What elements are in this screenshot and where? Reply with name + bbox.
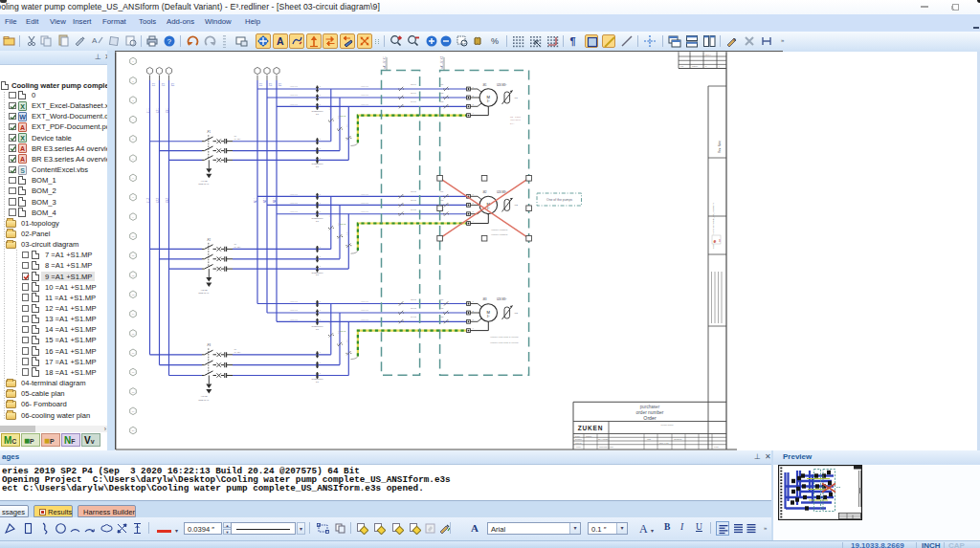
svg-text:-F1: -F1	[207, 130, 211, 134]
svg-text:-M2: -M2	[482, 190, 487, 194]
svg-text:-X1 PE: -X1 PE	[200, 180, 208, 182]
svg-text:GND-RAIL: GND-RAIL	[198, 292, 210, 294]
svg-text:H07 1.5: H07 1.5	[290, 94, 298, 96]
svg-text:INTERRUPT: INTERRUPT	[312, 163, 324, 164]
svg-text:Vehicle (Max arr3) 5 (Wires): Vehicle (Max arr3) 5 (Wires)	[490, 341, 519, 344]
svg-text:Figure: Figure	[692, 65, 699, 67]
svg-text:L1.2: L1.2	[146, 197, 150, 203]
svg-text:-F3: -F3	[207, 343, 211, 347]
svg-text:N1.1: N1.1	[254, 197, 257, 203]
svg-text:-X3 PE: -X3 PE	[200, 395, 208, 397]
svg-text:H07 1.5: H07 1.5	[361, 202, 368, 204]
svg-text:Drawn: Drawn	[575, 438, 583, 441]
svg-text:INTERRUPT: INTERRUPT	[312, 325, 324, 327]
svg-text:-M1: -M1	[482, 83, 487, 87]
svg-text:Original: Original	[674, 438, 682, 441]
svg-text:15 K2: 15 K2	[411, 199, 416, 201]
svg-text:¶: ¶	[570, 35, 576, 47]
svg-text:L3.1: L3.1	[166, 107, 169, 113]
svg-text:13 K1: 13 K1	[411, 83, 416, 85]
svg-text:400V 50Hz: 400V 50Hz	[510, 119, 521, 121]
svg-text:21.4.2021: 21.4.2021	[598, 438, 609, 441]
svg-text:?: ?	[167, 37, 172, 46]
svg-text:U26 M3~: U26 M3~	[497, 83, 507, 87]
svg-text:=A1+S1.K1: =A1+S1.K1	[383, 55, 387, 69]
svg-text:H07 1.5: H07 1.5	[361, 318, 368, 320]
svg-text:15 K3: 15 K3	[411, 307, 416, 309]
svg-text:H07 1.5: H07 1.5	[361, 85, 368, 87]
svg-text:Cooling pump: Cooling pump	[599, 446, 613, 449]
svg-text:13 K2: 13 K2	[411, 190, 416, 192]
svg-text:M: M	[487, 95, 491, 99]
svg-text:H07 1.5: H07 1.5	[290, 309, 298, 311]
svg-text:-U2: -U2	[514, 204, 519, 207]
svg-text:e: e	[714, 238, 717, 244]
svg-text:INTERRUPT: INTERRUPT	[312, 378, 324, 380]
svg-text:H07 1.5: H07 1.5	[361, 103, 368, 105]
svg-text:L1.1: L1.1	[146, 107, 150, 113]
svg-text:INTERRUPT: INTERRUPT	[312, 272, 324, 274]
svg-text:17 K1: 17 K1	[411, 100, 416, 102]
svg-text:Vehicle (Max arr3) 5 (Wires): Vehicle (Max arr3) 5 (Wires)	[490, 336, 519, 339]
svg-text:A: A	[277, 35, 284, 47]
svg-text:Rev. Note: Rev. Note	[718, 141, 722, 153]
svg-text:13 K3: 13 K3	[411, 298, 416, 300]
svg-text:3~: 3~	[487, 315, 490, 318]
svg-text:U26 M3~: U26 M3~	[497, 297, 507, 301]
svg-text:In=13A: In=13A	[234, 246, 242, 248]
svg-text:H07 1.5: H07 1.5	[290, 202, 298, 204]
svg-text:s: s	[733, 36, 736, 42]
svg-text:-U1: -U1	[514, 97, 519, 99]
svg-text:H07 1.5: H07 1.5	[290, 103, 298, 105]
svg-text:M3~ 1.5kW: M3~ 1.5kW	[510, 116, 522, 118]
svg-text:N2.1: N2.1	[263, 197, 267, 203]
svg-text:In=13A: In=13A	[234, 351, 242, 353]
svg-text:23.0.9: 23.0.9	[705, 54, 712, 55]
svg-text:17 K3: 17 K3	[411, 316, 416, 318]
svg-text:H07 1.5: H07 1.5	[361, 210, 368, 212]
svg-text:-X2 PE: -X2 PE	[200, 289, 208, 291]
svg-text:Date: Date	[575, 435, 581, 438]
svg-text:ZUKEN: ZUKEN	[578, 425, 603, 431]
svg-text:GNYE: GNYE	[340, 330, 346, 332]
svg-text:15 K1: 15 K1	[411, 92, 416, 94]
svg-text:Rev 4.77: Rev 4.77	[659, 442, 669, 445]
svg-text:One of the pumps: One of the pumps	[546, 198, 572, 202]
svg-text:=A1+S1.K2: =A1+S1.K2	[440, 55, 444, 69]
svg-text:GND-RAIL: GND-RAIL	[198, 399, 210, 401]
svg-text:A: A	[92, 36, 98, 45]
svg-text:H07 1.5: H07 1.5	[290, 193, 298, 195]
svg-text:9/18: 9/18	[714, 446, 719, 449]
svg-text:H07 1.5: H07 1.5	[290, 210, 298, 212]
svg-text:2.9A: 2.9A	[510, 122, 515, 124]
svg-text:Order: Order	[643, 415, 657, 421]
svg-text:order number: order number	[636, 410, 664, 415]
svg-text:Pump motor: Pump motor	[660, 424, 673, 427]
svg-text:GND-RAIL: GND-RAIL	[198, 183, 210, 185]
svg-text:In=13A: In=13A	[234, 138, 242, 140]
svg-text:3~: 3~	[487, 99, 490, 103]
svg-text:Name: Name	[586, 435, 592, 438]
svg-text:Apprv: Apprv	[575, 446, 582, 449]
svg-text:L2.1: L2.1	[156, 107, 160, 113]
svg-text:INTERRUPT: INTERRUPT	[312, 110, 324, 112]
svg-text:-U3: -U3	[514, 312, 519, 315]
svg-text:H07 1.5: H07 1.5	[290, 300, 298, 302]
svg-text:H07 1.5: H07 1.5	[361, 193, 368, 195]
svg-text:purchaser: purchaser	[640, 405, 660, 409]
svg-text:%: %	[491, 36, 499, 46]
svg-text:L3.2: L3.2	[166, 197, 169, 203]
svg-text:M: M	[487, 310, 491, 315]
svg-text:N3.1: N3.1	[273, 197, 277, 203]
svg-text:GNYE: GNYE	[340, 115, 346, 117]
svg-text:-M3: -M3	[482, 297, 487, 301]
svg-text:-F2: -F2	[207, 238, 211, 242]
svg-text:H07 1.5: H07 1.5	[290, 318, 298, 320]
svg-text:Check: Check	[575, 442, 583, 445]
svg-text:H07 1.5: H07 1.5	[290, 85, 298, 87]
svg-text:INTERRUPT: INTERRUPT	[312, 217, 324, 219]
svg-text:H07 1.5: H07 1.5	[361, 300, 368, 302]
svg-text:17 K2: 17 K2	[411, 208, 416, 210]
svg-text:GNYE: GNYE	[340, 223, 346, 225]
svg-text:L2.2: L2.2	[156, 197, 160, 203]
